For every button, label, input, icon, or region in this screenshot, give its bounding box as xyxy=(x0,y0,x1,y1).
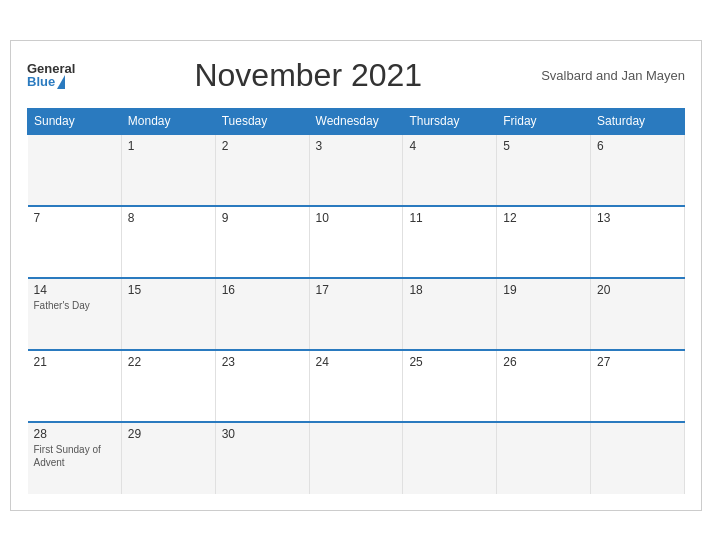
day-number: 16 xyxy=(222,283,303,297)
day-event: First Sunday of Advent xyxy=(34,443,115,469)
day-number: 20 xyxy=(597,283,678,297)
day-number: 25 xyxy=(409,355,490,369)
day-event: Father's Day xyxy=(34,299,115,312)
month-title: November 2021 xyxy=(75,57,541,94)
day-number: 29 xyxy=(128,427,209,441)
day-number: 15 xyxy=(128,283,209,297)
day-number: 10 xyxy=(316,211,397,225)
calendar-header: General Blue November 2021 Svalbard and … xyxy=(27,57,685,94)
calendar-cell: 8 xyxy=(121,206,215,278)
calendar-cell: 4 xyxy=(403,134,497,206)
weekday-header-thursday: Thursday xyxy=(403,108,497,134)
calendar-cell: 12 xyxy=(497,206,591,278)
region-label: Svalbard and Jan Mayen xyxy=(541,68,685,83)
calendar-cell: 3 xyxy=(309,134,403,206)
day-number: 3 xyxy=(316,139,397,153)
day-number: 6 xyxy=(597,139,678,153)
calendar-week-row: 14Father's Day151617181920 xyxy=(28,278,685,350)
logo-general-text: General xyxy=(27,62,75,75)
weekday-header-row: SundayMondayTuesdayWednesdayThursdayFrid… xyxy=(28,108,685,134)
calendar-cell: 24 xyxy=(309,350,403,422)
day-number: 17 xyxy=(316,283,397,297)
logo-blue-text: Blue xyxy=(27,75,55,88)
calendar-cell: 20 xyxy=(591,278,685,350)
calendar-cell: 7 xyxy=(28,206,122,278)
day-number: 24 xyxy=(316,355,397,369)
calendar-cell: 27 xyxy=(591,350,685,422)
calendar-table: SundayMondayTuesdayWednesdayThursdayFrid… xyxy=(27,108,685,494)
calendar-cell: 22 xyxy=(121,350,215,422)
calendar-cell: 19 xyxy=(497,278,591,350)
calendar-cell: 2 xyxy=(215,134,309,206)
weekday-header-sunday: Sunday xyxy=(28,108,122,134)
calendar-week-row: 28First Sunday of Advent2930 xyxy=(28,422,685,494)
day-number: 21 xyxy=(34,355,115,369)
day-number: 12 xyxy=(503,211,584,225)
calendar-container: General Blue November 2021 Svalbard and … xyxy=(10,40,702,511)
calendar-week-row: 21222324252627 xyxy=(28,350,685,422)
calendar-cell xyxy=(403,422,497,494)
day-number: 2 xyxy=(222,139,303,153)
calendar-cell: 1 xyxy=(121,134,215,206)
calendar-cell: 17 xyxy=(309,278,403,350)
calendar-cell xyxy=(28,134,122,206)
calendar-cell xyxy=(309,422,403,494)
calendar-cell: 6 xyxy=(591,134,685,206)
day-number: 19 xyxy=(503,283,584,297)
calendar-cell: 13 xyxy=(591,206,685,278)
day-number: 26 xyxy=(503,355,584,369)
day-number: 28 xyxy=(34,427,115,441)
weekday-header-tuesday: Tuesday xyxy=(215,108,309,134)
calendar-cell: 15 xyxy=(121,278,215,350)
calendar-cell: 23 xyxy=(215,350,309,422)
calendar-week-row: 78910111213 xyxy=(28,206,685,278)
calendar-cell: 16 xyxy=(215,278,309,350)
calendar-cell: 29 xyxy=(121,422,215,494)
calendar-cell: 18 xyxy=(403,278,497,350)
day-number: 27 xyxy=(597,355,678,369)
day-number: 5 xyxy=(503,139,584,153)
calendar-cell: 11 xyxy=(403,206,497,278)
calendar-cell: 9 xyxy=(215,206,309,278)
day-number: 18 xyxy=(409,283,490,297)
weekday-header-monday: Monday xyxy=(121,108,215,134)
day-number: 13 xyxy=(597,211,678,225)
calendar-cell xyxy=(497,422,591,494)
weekday-header-wednesday: Wednesday xyxy=(309,108,403,134)
day-number: 9 xyxy=(222,211,303,225)
day-number: 1 xyxy=(128,139,209,153)
calendar-cell xyxy=(591,422,685,494)
calendar-cell: 25 xyxy=(403,350,497,422)
day-number: 7 xyxy=(34,211,115,225)
calendar-cell: 28First Sunday of Advent xyxy=(28,422,122,494)
day-number: 14 xyxy=(34,283,115,297)
weekday-header-saturday: Saturday xyxy=(591,108,685,134)
day-number: 8 xyxy=(128,211,209,225)
calendar-cell: 26 xyxy=(497,350,591,422)
calendar-cell: 21 xyxy=(28,350,122,422)
calendar-week-row: 123456 xyxy=(28,134,685,206)
logo: General Blue xyxy=(27,62,75,89)
logo-triangle-icon xyxy=(57,75,65,89)
calendar-cell: 30 xyxy=(215,422,309,494)
calendar-cell: 10 xyxy=(309,206,403,278)
calendar-cell: 14Father's Day xyxy=(28,278,122,350)
day-number: 4 xyxy=(409,139,490,153)
calendar-cell: 5 xyxy=(497,134,591,206)
weekday-header-friday: Friday xyxy=(497,108,591,134)
day-number: 11 xyxy=(409,211,490,225)
day-number: 30 xyxy=(222,427,303,441)
day-number: 23 xyxy=(222,355,303,369)
day-number: 22 xyxy=(128,355,209,369)
